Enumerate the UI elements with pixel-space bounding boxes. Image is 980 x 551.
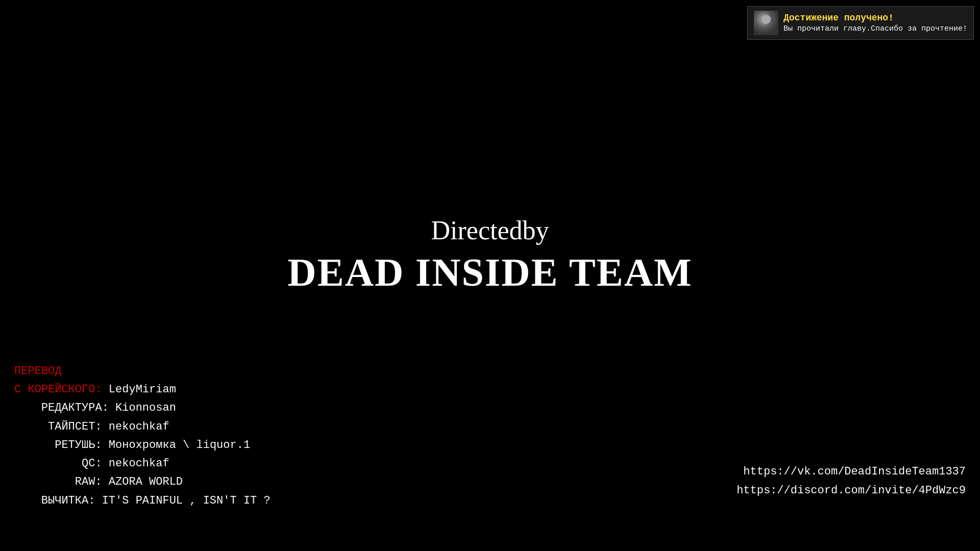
credits-value-raw: AZORA WORLD [102, 475, 183, 488]
directed-by-label: Directedby [287, 215, 692, 245]
vk-link: https://vk.com/DeadInsideTeam1337 [737, 463, 966, 481]
credits-line-4: РЕТУШЬ: Монохромка \ liquor.1 [14, 436, 271, 455]
credits-line-1: С КОРЕЙСКОГО: LedyMiriam [14, 381, 271, 399]
credits-header: ПЕРЕВОД [14, 362, 271, 381]
credits-section: ПЕРЕВОД С КОРЕЙСКОГО: LedyMiriam РЕДАКТУ… [14, 362, 271, 510]
credits-value-proofreader: IT'S PAINFUL , ISN'T IT ? [95, 494, 270, 507]
credits-line-6: RAW: AZORA WORLD [14, 473, 271, 491]
credits-line-5: QC: nekochkaf [14, 455, 271, 473]
credits-line-2: РЕДАКТУРА: Kionnosan [14, 399, 271, 417]
discord-link: https://discord.com/invite/4PdWzc9 [737, 482, 966, 500]
credits-value-retouch: Монохромка \ liquor.1 [102, 439, 250, 452]
credits-label-korean: С КОРЕЙСКОГО: [14, 383, 102, 396]
credits-value-korean: LedyMiriam [102, 383, 176, 396]
directed-by-section: Directedby DEAD INSIDE TEAM [287, 215, 692, 295]
credits-line-3: ТАЙПСЕТ: nekochkaf [14, 418, 271, 436]
credits-value-editor: Kionnosan [109, 402, 176, 414]
social-links: https://vk.com/DeadInsideTeam1337 https:… [737, 463, 966, 500]
credits-value-qc: nekochkaf [102, 457, 169, 470]
credits-line-7: ВЫЧИТКА: IT'S PAINFUL , ISN'T IT ? [14, 492, 271, 510]
credits-value-typeset: nekochkaf [102, 420, 169, 433]
team-name: DEAD INSIDE TEAM [287, 249, 692, 295]
